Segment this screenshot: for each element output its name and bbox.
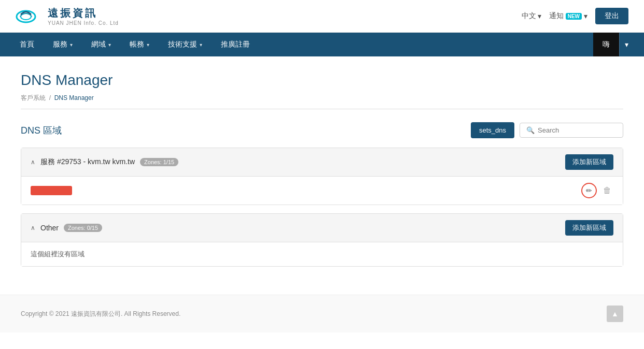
dns-controls: sets_dns 🔍 [471,122,623,138]
language-selector[interactable]: 中文 ▾ [522,11,541,21]
nav-item-promo[interactable]: 推廣註冊 [212,33,259,56]
services-arrow-icon: ▾ [70,42,73,48]
user-dropdown-arrow-icon: ▾ [625,40,628,49]
service-group-2-title: ∧ Other Zones: 0/15 [31,224,102,232]
page-content: DNS Manager 客戶系統 / DNS Manager DNS 區域 se… [0,56,644,295]
service-group-2-header: ∧ Other Zones: 0/15 添加新區域 [21,214,623,242]
nav-bar: 首頁 服務 ▾ 網域 ▾ 帳務 ▾ 技術支援 ▾ 推廣註冊 嗨 ▾ [0,33,644,56]
copyright-text: Copyright © 2021 遠振資訊有限公司. All Rights Re… [21,310,180,318]
group2-zones-badge: Zones: 0/15 [64,224,102,232]
billing-arrow-icon: ▾ [147,42,149,48]
footer: Copyright © 2021 遠振資訊有限公司. All Rights Re… [0,295,644,332]
nav-user-dropdown[interactable]: ▾ [619,33,634,56]
breadcrumb-current: DNS Manager [54,94,94,101]
search-box: 🔍 [520,123,623,138]
top-right-controls: 中文 ▾ 通知 NEW ▾ 登出 [522,8,628,24]
nav-user-button[interactable]: 嗨 [593,33,619,56]
zone-delete-button[interactable]: 🗑 [601,184,613,197]
service-group-1: ∧ 服務 #29753 - kvm.tw kvm.tw Zones: 1/15 … [21,148,623,205]
search-input[interactable] [538,126,617,134]
zone-actions: ✏ 🗑 [581,183,613,198]
zone-row: ✏ 🗑 [21,177,623,205]
nav-item-billing[interactable]: 帳務 ▾ [120,33,159,56]
group2-add-zone-button[interactable]: 添加新區域 [565,220,613,236]
group1-chevron-icon[interactable]: ∧ [31,158,35,166]
zone-edit-button[interactable]: ✏ [581,183,597,198]
logo-text: 遠振資訊 YUAN JHEN Info. Co. Ltd [48,6,119,26]
group1-zones-badge: Zones: 1/15 [140,158,178,166]
domains-arrow-icon: ▾ [108,42,111,48]
empty-zones-message: 這個組裡沒有區域 [21,242,623,266]
dns-zones-title: DNS 區域 [21,124,62,137]
top-bar: 遠振資訊 YUAN JHEN Info. Co. Ltd 中文 ▾ 通知 NEW… [0,0,644,33]
nav-item-domains[interactable]: 網域 ▾ [82,33,120,56]
nav-item-services[interactable]: 服務 ▾ [44,33,82,56]
logo-en: YUAN JHEN Info. Co. Ltd [48,20,119,26]
service-group-1-header: ∧ 服務 #29753 - kvm.tw kvm.tw Zones: 1/15 … [21,148,623,177]
nav-item-home[interactable]: 首頁 [10,33,44,56]
logout-button[interactable]: 登出 [595,8,628,24]
breadcrumb-home[interactable]: 客戶系統 [21,94,46,101]
nav-item-support[interactable]: 技術支援 ▾ [159,33,212,56]
page-title: DNS Manager [21,72,623,89]
nav-right: 嗨 ▾ [593,33,634,56]
service-group-2: ∧ Other Zones: 0/15 添加新區域 這個組裡沒有區域 [21,213,623,267]
new-badge: NEW [566,13,582,20]
search-icon: 🔍 [526,126,535,134]
notify-arrow-icon: ▾ [584,12,587,20]
zone-name-bar [31,186,72,195]
breadcrumb: 客戶系統 / DNS Manager [21,94,623,109]
support-arrow-icon: ▾ [200,42,202,48]
lang-arrow-icon: ▾ [538,12,541,20]
group2-chevron-icon[interactable]: ∧ [31,224,35,231]
dns-header: DNS 區域 sets_dns 🔍 [21,122,623,138]
sets-dns-button[interactable]: sets_dns [471,122,514,138]
back-top-icon: ▲ [611,310,619,318]
notification-button[interactable]: 通知 NEW ▾ [549,11,587,21]
group1-add-zone-button[interactable]: 添加新區域 [565,154,613,170]
edit-icon: ✏ [586,186,592,195]
service-group-1-title: ∧ 服務 #29753 - kvm.tw kvm.tw Zones: 1/15 [31,157,178,167]
back-to-top-button[interactable]: ▲ [607,306,623,322]
logo-zh: 遠振資訊 [48,6,119,20]
logo-area: 遠振資訊 YUAN JHEN Info. Co. Ltd [16,5,119,27]
logo-icon [16,5,43,27]
